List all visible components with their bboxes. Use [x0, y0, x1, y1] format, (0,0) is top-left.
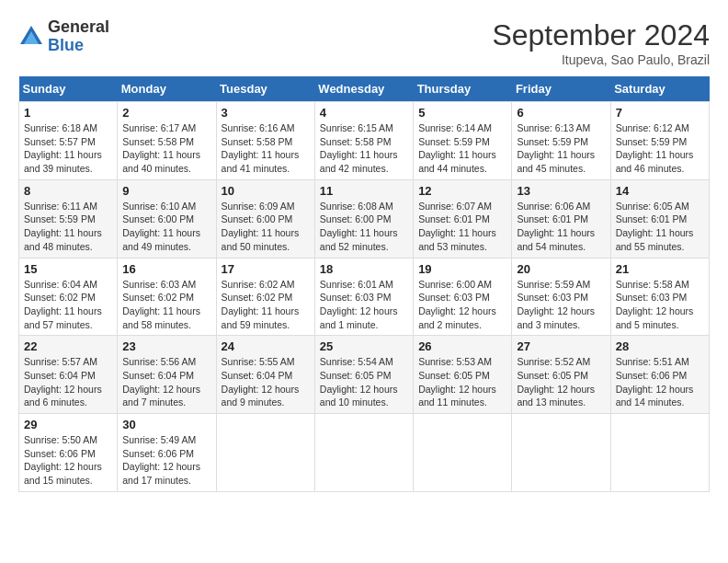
day-info: Sunrise: 6:07 AM Sunset: 6:01 PM Dayligh…: [418, 200, 506, 254]
day-info: Sunrise: 5:57 AM Sunset: 6:04 PM Dayligh…: [24, 355, 112, 409]
day-info: Sunrise: 6:03 AM Sunset: 6:02 PM Dayligh…: [122, 278, 210, 332]
day-cell: 10Sunrise: 6:09 AM Sunset: 6:00 PM Dayli…: [216, 179, 314, 258]
day-cell: 30Sunrise: 5:49 AM Sunset: 6:06 PM Dayli…: [118, 414, 216, 492]
day-cell: 28Sunrise: 5:51 AM Sunset: 6:06 PM Dayli…: [610, 336, 709, 414]
week-row-3: 22Sunrise: 5:57 AM Sunset: 6:04 PM Dayli…: [19, 336, 710, 414]
day-info: Sunrise: 6:01 AM Sunset: 6:03 PM Dayligh…: [320, 278, 408, 332]
day-cell: 22Sunrise: 5:57 AM Sunset: 6:04 PM Dayli…: [19, 336, 118, 414]
day-number: 26: [418, 339, 506, 353]
day-number: 25: [320, 339, 408, 353]
day-number: 27: [517, 339, 605, 353]
day-cell: 12Sunrise: 6:07 AM Sunset: 6:01 PM Dayli…: [414, 179, 512, 258]
day-cell: 24Sunrise: 5:55 AM Sunset: 6:04 PM Dayli…: [216, 336, 314, 414]
day-number: 14: [616, 184, 704, 198]
day-info: Sunrise: 6:02 AM Sunset: 6:02 PM Dayligh…: [222, 278, 310, 332]
logo-general: General: [48, 18, 109, 37]
day-number: 13: [517, 184, 605, 198]
day-cell: 18Sunrise: 6:01 AM Sunset: 6:03 PM Dayli…: [314, 258, 413, 336]
day-number: 12: [418, 184, 506, 198]
day-cell: 15Sunrise: 6:04 AM Sunset: 6:02 PM Dayli…: [19, 258, 118, 336]
day-cell: 4Sunrise: 6:15 AM Sunset: 5:58 PM Daylig…: [314, 102, 413, 180]
day-cell: 11Sunrise: 6:08 AM Sunset: 6:00 PM Dayli…: [314, 179, 413, 258]
day-info: Sunrise: 6:06 AM Sunset: 6:01 PM Dayligh…: [517, 200, 605, 254]
day-info: Sunrise: 5:51 AM Sunset: 6:06 PM Dayligh…: [616, 355, 704, 409]
day-number: 15: [24, 262, 112, 276]
day-cell: 17Sunrise: 6:02 AM Sunset: 6:02 PM Dayli…: [216, 258, 314, 336]
month-title: September 2024: [492, 18, 710, 52]
day-number: 8: [24, 184, 112, 198]
day-cell: 13Sunrise: 6:06 AM Sunset: 6:01 PM Dayli…: [512, 179, 610, 258]
day-info: Sunrise: 6:17 AM Sunset: 5:58 PM Dayligh…: [122, 121, 210, 176]
day-info: Sunrise: 5:52 AM Sunset: 6:05 PM Dayligh…: [517, 355, 605, 409]
day-number: 7: [616, 106, 704, 120]
day-cell: [512, 414, 610, 492]
day-cell: 26Sunrise: 5:53 AM Sunset: 6:05 PM Dayli…: [414, 336, 512, 414]
day-number: 9: [122, 184, 210, 198]
day-info: Sunrise: 5:58 AM Sunset: 6:03 PM Dayligh…: [616, 278, 704, 332]
day-cell: 7Sunrise: 6:12 AM Sunset: 5:59 PM Daylig…: [610, 102, 709, 180]
logo-blue: Blue: [48, 37, 109, 55]
day-number: 28: [616, 339, 704, 353]
header-row: SundayMondayTuesdayWednesdayThursdayFrid…: [19, 76, 710, 102]
header-cell-wednesday: Wednesday: [314, 76, 413, 102]
day-info: Sunrise: 6:08 AM Sunset: 6:00 PM Dayligh…: [320, 200, 408, 254]
day-number: 30: [122, 418, 210, 431]
day-info: Sunrise: 5:50 AM Sunset: 6:06 PM Dayligh…: [24, 433, 112, 488]
calendar-table: SundayMondayTuesdayWednesdayThursdayFrid…: [18, 76, 710, 492]
day-number: 23: [122, 339, 210, 353]
day-number: 10: [222, 184, 310, 198]
day-number: 4: [320, 106, 408, 120]
day-number: 3: [222, 106, 310, 120]
day-cell: 23Sunrise: 5:56 AM Sunset: 6:04 PM Dayli…: [118, 336, 216, 414]
day-info: Sunrise: 6:16 AM Sunset: 5:58 PM Dayligh…: [222, 121, 310, 176]
day-cell: 27Sunrise: 5:52 AM Sunset: 6:05 PM Dayli…: [512, 336, 610, 414]
day-info: Sunrise: 5:55 AM Sunset: 6:04 PM Dayligh…: [222, 355, 310, 409]
day-info: Sunrise: 6:10 AM Sunset: 6:00 PM Dayligh…: [122, 200, 210, 254]
week-row-0: 1Sunrise: 6:18 AM Sunset: 5:57 PM Daylig…: [19, 102, 710, 180]
day-cell: 14Sunrise: 6:05 AM Sunset: 6:01 PM Dayli…: [610, 179, 709, 258]
week-row-1: 8Sunrise: 6:11 AM Sunset: 5:59 PM Daylig…: [19, 179, 710, 258]
day-cell: 20Sunrise: 5:59 AM Sunset: 6:03 PM Dayli…: [512, 258, 610, 336]
day-cell: 3Sunrise: 6:16 AM Sunset: 5:58 PM Daylig…: [216, 102, 314, 180]
day-info: Sunrise: 6:12 AM Sunset: 5:59 PM Dayligh…: [616, 121, 704, 176]
day-cell: 6Sunrise: 6:13 AM Sunset: 5:59 PM Daylig…: [512, 102, 610, 180]
day-info: Sunrise: 6:14 AM Sunset: 5:59 PM Dayligh…: [418, 121, 506, 176]
logo-icon: [18, 24, 44, 50]
day-info: Sunrise: 5:53 AM Sunset: 6:05 PM Dayligh…: [418, 355, 506, 409]
location: Itupeva, Sao Paulo, Brazil: [492, 52, 710, 67]
day-cell: [610, 414, 709, 492]
logo-text: General Blue: [48, 18, 109, 55]
day-cell: 2Sunrise: 6:17 AM Sunset: 5:58 PM Daylig…: [118, 102, 216, 180]
day-info: Sunrise: 6:00 AM Sunset: 6:03 PM Dayligh…: [418, 278, 506, 332]
day-info: Sunrise: 6:18 AM Sunset: 5:57 PM Dayligh…: [24, 121, 112, 176]
day-info: Sunrise: 6:11 AM Sunset: 5:59 PM Dayligh…: [24, 200, 112, 254]
title-block: September 2024 Itupeva, Sao Paulo, Brazi…: [492, 18, 710, 67]
day-cell: [414, 414, 512, 492]
day-number: 29: [24, 418, 112, 431]
day-cell: 8Sunrise: 6:11 AM Sunset: 5:59 PM Daylig…: [19, 179, 118, 258]
header-cell-saturday: Saturday: [610, 76, 709, 102]
day-info: Sunrise: 6:09 AM Sunset: 6:00 PM Dayligh…: [222, 200, 310, 254]
week-row-4: 29Sunrise: 5:50 AM Sunset: 6:06 PM Dayli…: [19, 414, 710, 492]
day-info: Sunrise: 5:54 AM Sunset: 6:05 PM Dayligh…: [320, 355, 408, 409]
day-number: 5: [418, 106, 506, 120]
day-cell: 19Sunrise: 6:00 AM Sunset: 6:03 PM Dayli…: [414, 258, 512, 336]
logo: General Blue: [18, 18, 109, 55]
day-number: 21: [616, 262, 704, 276]
day-number: 22: [24, 339, 112, 353]
day-number: 6: [517, 106, 605, 120]
day-info: Sunrise: 6:15 AM Sunset: 5:58 PM Dayligh…: [320, 121, 408, 176]
header-cell-sunday: Sunday: [19, 76, 118, 102]
day-cell: 1Sunrise: 6:18 AM Sunset: 5:57 PM Daylig…: [19, 102, 118, 180]
day-cell: 9Sunrise: 6:10 AM Sunset: 6:00 PM Daylig…: [118, 179, 216, 258]
day-number: 17: [222, 262, 310, 276]
day-number: 16: [122, 262, 210, 276]
header-cell-thursday: Thursday: [414, 76, 512, 102]
header-cell-tuesday: Tuesday: [216, 76, 314, 102]
day-cell: 5Sunrise: 6:14 AM Sunset: 5:59 PM Daylig…: [414, 102, 512, 180]
day-cell: [314, 414, 413, 492]
day-cell: [216, 414, 314, 492]
day-info: Sunrise: 5:56 AM Sunset: 6:04 PM Dayligh…: [122, 355, 210, 409]
day-number: 18: [320, 262, 408, 276]
week-row-2: 15Sunrise: 6:04 AM Sunset: 6:02 PM Dayli…: [19, 258, 710, 336]
